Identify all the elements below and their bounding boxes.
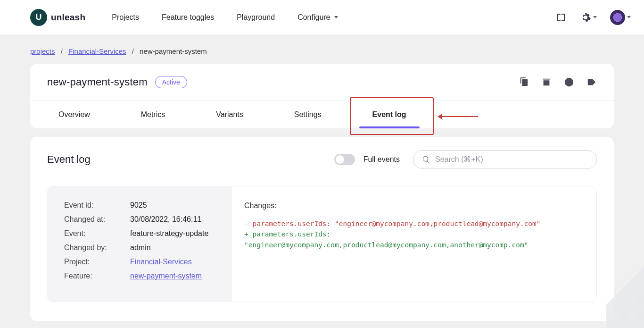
meta-label-changed-by: Changed by: — [64, 244, 130, 252]
logo-mark-icon: U — [30, 9, 47, 26]
search-input[interactable] — [435, 155, 588, 164]
nav-projects[interactable]: Projects — [112, 13, 139, 22]
feature-name: new-payment-system — [47, 76, 148, 88]
full-events-toggle[interactable] — [334, 154, 355, 165]
user-menu[interactable] — [610, 10, 631, 25]
feature-actions — [519, 77, 597, 87]
meta-val-changed-at: 30/08/2022, 16:46:11 — [130, 215, 201, 224]
settings-menu[interactable] — [580, 12, 597, 23]
avatar — [610, 10, 625, 25]
topbar: U unleash Projects Feature toggles Playg… — [0, 0, 644, 35]
tag-icon[interactable] — [586, 77, 597, 87]
event-diff: Changes: - parameters.userIds: "engineer… — [232, 186, 597, 302]
event-log-title: Event log — [47, 153, 91, 166]
full-events-label: Full events — [363, 155, 400, 164]
meta-label-event: Event: — [64, 229, 130, 238]
crumb-feature: new-payment-system — [140, 47, 207, 55]
diff-removed-line: - parameters.userIds: "engineer@mycompan… — [244, 219, 584, 229]
meta-val-event: feature-strategy-update — [130, 229, 208, 238]
feature-tabs: Overview Metrics Variants Settings Event… — [30, 101, 614, 128]
main-nav: Projects Feature toggles Playground Conf… — [112, 13, 338, 22]
meta-label-id: Event id: — [64, 201, 130, 210]
topbar-right — [555, 10, 631, 25]
meta-link-project[interactable]: Financial-Services — [130, 258, 192, 266]
crumb-sep: / — [61, 47, 63, 55]
meta-label-feature: Feature: — [64, 272, 130, 280]
crumb-sep: / — [132, 47, 134, 55]
feature-card: new-payment-system Active Overview Metri… — [30, 64, 614, 128]
search-icon — [422, 155, 430, 164]
nav-playground[interactable]: Playground — [237, 13, 275, 22]
tab-variants[interactable]: Variants — [207, 101, 252, 128]
callout-arrow — [441, 116, 478, 117]
docs-icon[interactable] — [555, 12, 567, 23]
diff-added-line: + parameters.userIds: "engineer@mycompan… — [244, 229, 584, 250]
diff-title: Changes: — [244, 202, 584, 210]
event-log-card: Event log Full events Event id: 9025 Cha… — [30, 137, 614, 321]
meta-val-id: 9025 — [130, 201, 147, 210]
logo-text: unleash — [51, 12, 85, 23]
tab-metrics[interactable]: Metrics — [132, 101, 174, 128]
event-meta: Event id: 9025 Changed at: 30/08/2022, 1… — [47, 186, 232, 302]
tab-event-log[interactable]: Event log — [364, 101, 415, 128]
breadcrumb: projects / Financial-Services / new-paym… — [0, 35, 644, 64]
crumb-project[interactable]: Financial-Services — [68, 47, 126, 55]
meta-label-project: Project: — [64, 258, 130, 266]
feature-header: new-payment-system Active — [30, 64, 614, 88]
logo[interactable]: U unleash — [30, 9, 85, 26]
meta-val-changed-by: admin — [130, 244, 151, 252]
search-box[interactable] — [413, 150, 597, 169]
status-badge: Active — [155, 76, 187, 88]
event-log-header: Event log Full events — [47, 150, 597, 169]
gear-icon — [580, 12, 591, 23]
tab-overview[interactable]: Overview — [50, 101, 99, 128]
copy-icon[interactable] — [519, 77, 529, 87]
archive-icon[interactable] — [541, 77, 552, 87]
nav-configure[interactable]: Configure — [297, 13, 338, 22]
event-entry: Event id: 9025 Changed at: 30/08/2022, 1… — [47, 186, 597, 302]
crumb-projects[interactable]: projects — [30, 47, 55, 55]
nav-feature-toggles[interactable]: Feature toggles — [162, 13, 214, 22]
meta-link-feature[interactable]: new-payment-system — [130, 272, 202, 280]
clock-icon[interactable] — [564, 77, 574, 87]
tab-settings[interactable]: Settings — [286, 101, 330, 128]
meta-label-changed-at: Changed at: — [64, 215, 130, 224]
